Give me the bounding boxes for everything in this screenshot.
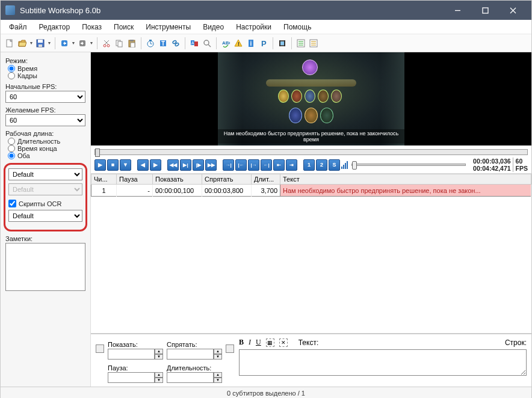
menu-settings[interactable]: Настройки [230, 23, 277, 31]
col-hide[interactable]: Спрятать [202, 174, 252, 185]
wl-duration-radio[interactable] [8, 138, 15, 145]
list-check-icon[interactable] [295, 38, 306, 49]
volume-slider[interactable] [351, 164, 466, 166]
undo-dropdown-icon[interactable]: ▼ [72, 38, 75, 49]
rewind-button[interactable]: ◀◀ [167, 159, 179, 171]
col-pause[interactable]: Пауза [117, 174, 153, 185]
dur-spinner[interactable]: ▲▼ [214, 372, 222, 383]
col-dur[interactable]: Длит... [252, 174, 280, 185]
wl-both-radio[interactable] [8, 152, 15, 159]
show-spinner[interactable]: ▲▼ [155, 349, 163, 360]
col-show[interactable]: Показать [153, 174, 202, 185]
mark-start-button[interactable]: →| [223, 159, 234, 171]
pause-spinner[interactable]: ▲▼ [155, 372, 163, 383]
redo-icon[interactable] [77, 38, 88, 49]
text-tool-icon[interactable]: T [158, 38, 169, 49]
volume-icon[interactable] [341, 161, 348, 169]
pause-input[interactable] [108, 372, 155, 383]
play-button[interactable]: ▶ [94, 159, 106, 171]
menu-editor[interactable]: Редактор [33, 23, 76, 31]
bold-button[interactable]: B [239, 338, 244, 347]
italic-button[interactable]: I [249, 338, 251, 347]
shift-left-button[interactable]: ⇤ [273, 159, 285, 171]
jump-end-button[interactable]: ←| [261, 159, 272, 171]
notes-textarea[interactable] [5, 243, 85, 291]
dur-input[interactable] [167, 372, 214, 383]
menu-file[interactable]: Файл [3, 23, 33, 31]
warning-icon[interactable]: ! [233, 38, 244, 49]
down-button[interactable]: ▼ [120, 159, 131, 171]
want-fps-select[interactable]: 60 [5, 114, 85, 126]
redo-dropdown-icon[interactable]: ▼ [90, 38, 93, 49]
mark-end-button[interactable]: |← [235, 159, 247, 171]
mode-frames-radio[interactable] [8, 72, 15, 79]
forward-button[interactable]: ▶▶ [205, 159, 217, 171]
next-sub-button[interactable] [226, 344, 234, 353]
marker-1-button[interactable]: 1 [303, 159, 315, 171]
default-select-1[interactable]: Default [8, 168, 82, 180]
jump-start-button[interactable]: |→ [248, 159, 259, 171]
list-edit-icon[interactable] [308, 38, 319, 49]
menubar: Файл Редактор Показ Поиск Инструменты Ви… [1, 20, 531, 34]
col-text[interactable]: Текст [280, 174, 531, 185]
menu-view[interactable]: Показ [76, 23, 108, 31]
prev-button[interactable]: ◀ [137, 159, 149, 171]
translate-icon[interactable]: A [189, 38, 200, 49]
prev-sub-button[interactable] [96, 344, 104, 353]
video-seekbar[interactable] [94, 149, 528, 155]
stop-button[interactable]: ■ [107, 159, 119, 171]
menu-video[interactable]: Видео [197, 23, 230, 31]
want-fps-label: Желаемые FPS: [5, 106, 85, 114]
col-num[interactable]: Чи... [91, 174, 117, 185]
sync-button[interactable]: S [329, 159, 340, 171]
ocr-scripts-checkbox[interactable] [8, 200, 16, 207]
subtitle-text-input[interactable] [239, 349, 527, 376]
subtitle-editor: Показать:▲▼ Спрятать:▲▼ Пауза:▲▼ Длитель… [91, 334, 531, 387]
start-fps-select[interactable]: 60 [5, 91, 85, 103]
mode-time-radio[interactable] [8, 65, 15, 72]
info-icon[interactable]: i [246, 38, 256, 49]
menu-help[interactable]: Помощь [277, 23, 317, 31]
film-icon[interactable] [277, 38, 288, 49]
show-input[interactable] [108, 349, 155, 360]
open-dropdown-icon[interactable]: ▼ [29, 38, 33, 49]
save-dropdown-icon[interactable]: ▼ [48, 38, 51, 49]
hide-spinner[interactable]: ▲▼ [214, 349, 222, 360]
cut-icon[interactable] [101, 38, 112, 49]
paste-icon[interactable] [126, 38, 137, 49]
undo-icon[interactable] [59, 38, 70, 49]
color-button[interactable]: ▦ [266, 338, 274, 347]
clear-format-button[interactable]: ✕ [279, 338, 288, 347]
step-fwd-button[interactable]: |▶ [193, 159, 204, 171]
search-icon[interactable] [202, 38, 212, 49]
svg-text:T: T [161, 40, 165, 47]
spellcheck-icon[interactable]: ABC [220, 38, 231, 49]
close-button[interactable] [499, 1, 527, 20]
pascal-icon[interactable]: P [258, 38, 269, 49]
hide-input[interactable] [167, 349, 214, 360]
shift-right-button[interactable]: ⇥ [286, 159, 297, 171]
copy-icon[interactable] [114, 38, 125, 49]
open-file-icon[interactable] [17, 38, 28, 49]
wl-endtime-radio[interactable] [8, 145, 15, 152]
default-select-3[interactable]: Default [8, 210, 82, 222]
subtitle-table[interactable]: Чи... Пауза Показать Спрятать Длит... Те… [91, 174, 531, 334]
minimize-button[interactable] [444, 1, 471, 20]
next-button[interactable]: ▶ [150, 159, 161, 171]
menu-tools[interactable]: Инструменты [140, 23, 197, 31]
start-fps-label: Начальные FPS: [5, 83, 85, 90]
save-icon[interactable] [35, 38, 46, 49]
link-icon[interactable] [170, 38, 181, 49]
marker-2-button[interactable]: 2 [316, 159, 327, 171]
video-preview[interactable]: Нам необходимо быстро предпринять решени… [91, 52, 531, 145]
maximize-button[interactable] [471, 1, 499, 20]
seekbar-thumb[interactable] [95, 148, 100, 157]
volume-thumb[interactable] [352, 161, 357, 170]
new-file-icon[interactable] [4, 38, 15, 49]
table-row[interactable]: 1 - 00:00:00,100 00:00:03,800 3,700 Нам … [91, 185, 531, 197]
underline-button[interactable]: U [256, 338, 261, 347]
menu-search[interactable]: Поиск [108, 23, 140, 31]
step-back-button[interactable]: ▶| [180, 159, 191, 171]
svg-rect-31 [284, 40, 285, 46]
timer-icon[interactable] [145, 38, 156, 49]
